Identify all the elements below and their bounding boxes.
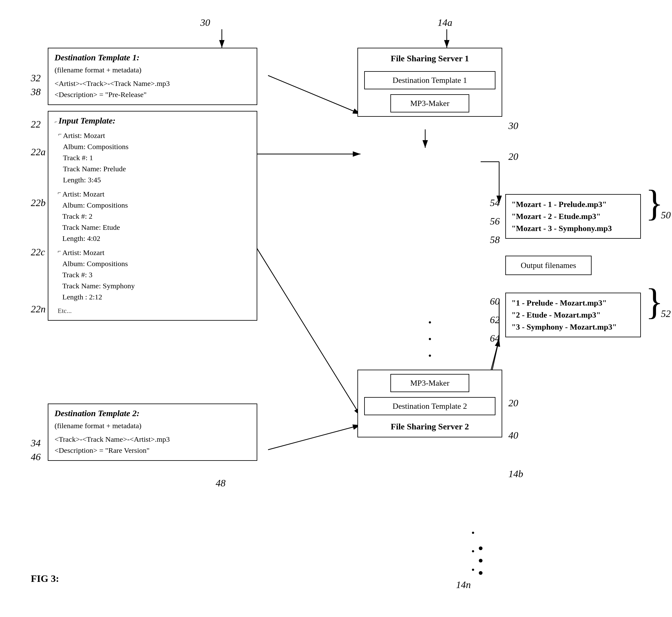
dest-template-2-subtitle: (filename format + metadata) — [54, 420, 250, 431]
output-file-2-line3: "3 - Symphony - Mozart.mp3" — [511, 321, 635, 333]
svg-line-4 — [268, 75, 360, 114]
output-file-1-line1: "Mozart - 1 - Prelude.mp3" — [511, 198, 635, 210]
record2-length: Length: 4:02 — [62, 233, 128, 244]
dest-template-2-box: Destination Template 2: (filename format… — [48, 404, 257, 461]
number-38: 38 — [31, 86, 41, 97]
number-20a: 20 — [508, 151, 518, 162]
output-files-2-box: "1 - Prelude - Mozart.mp3" "2 - Etude - … — [505, 292, 641, 337]
record2-album: Album: Compositions — [62, 200, 128, 211]
number-60: 60 — [490, 296, 500, 307]
output-filenames-label: Output filenames — [511, 259, 585, 271]
number-14a: 14a — [438, 17, 452, 28]
number-50: 50 — [661, 209, 671, 221]
record3-artist: Artist: Mozart — [62, 247, 135, 258]
dest-template-1-line2: <Description> = "Pre-Release" — [54, 89, 250, 100]
number-30a: 30 — [200, 17, 210, 28]
record3-length: Length : 2:12 — [62, 291, 135, 302]
dest-template-1-title: Destination Template 1: — [54, 53, 250, 62]
fig-label: FIG 3: — [31, 573, 59, 584]
dest-template-1-box: Destination Template 1: (filename format… — [48, 48, 257, 105]
record2-artist: Artist: Mozart — [62, 189, 128, 200]
number-22c: 22c — [31, 246, 45, 258]
number-14b: 14b — [508, 468, 523, 480]
input-template-title: Input Template: — [58, 116, 116, 126]
dest-template-1-subtitle: (filename format + metadata) — [54, 64, 250, 75]
record3-album: Album: Compositions — [62, 258, 135, 269]
mp3-maker-1-inner-label: MP3-Maker — [395, 97, 464, 110]
mp3-maker-1-inner-box: MP3-Maker — [390, 94, 469, 113]
record1-length: Length: 3:45 — [63, 174, 129, 185]
dest-template-1-inner-box: Destination Template 1 — [364, 71, 495, 89]
number-48: 48 — [216, 477, 225, 489]
number-22: 22 — [31, 119, 41, 130]
input-template-box: ⌐ Input Template: ⌐ Artist: Mozart Album… — [48, 111, 257, 321]
curly-52: } — [646, 283, 663, 321]
dest-template-2-line2: <Description> = "Rare Version" — [54, 445, 250, 456]
number-22b: 22b — [31, 197, 46, 209]
number-32: 32 — [31, 72, 41, 84]
record1-name: Track Name: Prelude — [63, 163, 129, 174]
number-62: 62 — [490, 314, 500, 326]
svg-point-14 — [479, 547, 483, 550]
file-sharing-server-2-box: MP3-Maker Destination Template 2 File Sh… — [357, 370, 502, 437]
number-30b: 30 — [508, 120, 518, 132]
mp3-maker-2-inner-label: MP3-Maker — [395, 377, 464, 389]
svg-point-16 — [479, 571, 483, 575]
number-58: 58 — [490, 234, 500, 245]
record1-artist: Artist: Mozart — [63, 130, 129, 141]
record1-album: Album: Compositions — [63, 141, 129, 152]
dest-template-2-title: Destination Template 2: — [54, 408, 250, 418]
dest-template-2-line1: <Track>-<Track Name>-<Artist>.mp3 — [54, 434, 250, 445]
output-file-1-line2: "Mozart - 2 - Etude.mp3" — [511, 210, 635, 222]
record3-name: Track Name: Symphony — [62, 280, 135, 291]
output-filenames-label-box: Output filenames — [505, 256, 592, 275]
dots-14n: ••• — [471, 524, 475, 579]
number-46: 46 — [31, 451, 41, 463]
record3-track: Track #: 3 — [62, 269, 135, 280]
number-64: 64 — [490, 333, 500, 344]
dest-template-2-inner-label: Destination Template 2 — [369, 400, 491, 412]
output-files-1-box: "Mozart - 1 - Prelude.mp3" "Mozart - 2 -… — [505, 194, 641, 239]
dest-template-2-inner-box: Destination Template 2 — [364, 397, 495, 415]
record1-track: Track #: 1 — [63, 152, 129, 163]
number-22n: 22n — [31, 303, 46, 315]
number-34: 34 — [31, 437, 41, 449]
svg-line-10 — [268, 425, 360, 450]
mp3-maker-2-inner-box: MP3-Maker — [390, 374, 469, 392]
file-sharing-server-1-label: File Sharing Server 1 — [364, 52, 495, 65]
record2-name: Track Name: Etude — [62, 222, 128, 233]
output-file-2-line1: "1 - Prelude - Mozart.mp3" — [511, 297, 635, 309]
number-20b: 20 — [508, 397, 518, 409]
number-56: 56 — [490, 216, 500, 227]
number-40: 40 — [508, 430, 518, 441]
record2-track: Track #: 2 — [62, 211, 128, 222]
dots-continuation: ••• — [428, 314, 432, 364]
number-14n: 14n — [456, 579, 471, 591]
output-file-1-line3: "Mozart - 3 - Symphony.mp3 — [511, 222, 635, 234]
etc-label: Etc... — [58, 305, 250, 316]
file-sharing-server-1-box: File Sharing Server 1 Destination Templa… — [357, 48, 502, 117]
dest-template-1-line1: <Artist>-<Track>-<Track Name>.mp3 — [54, 78, 250, 89]
svg-line-9 — [256, 246, 360, 416]
dest-template-1-inner-label: Destination Template 1 — [369, 74, 491, 86]
curly-50: } — [646, 185, 663, 222]
number-52: 52 — [661, 308, 671, 320]
number-54: 54 — [490, 197, 500, 209]
file-sharing-server-2-label: File Sharing Server 2 — [364, 420, 495, 433]
number-22a: 22a — [31, 146, 46, 158]
svg-point-15 — [479, 559, 483, 563]
output-file-2-line2: "2 - Etude - Mozart.mp3" — [511, 309, 635, 321]
